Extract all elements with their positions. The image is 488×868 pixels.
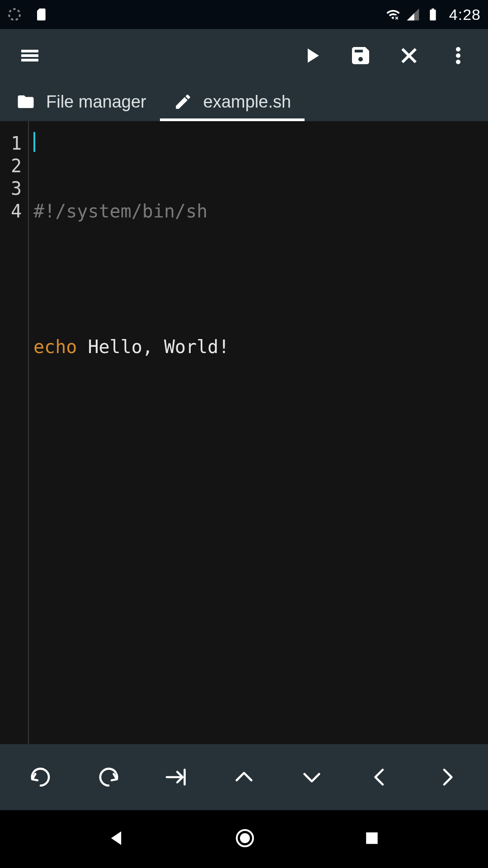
toolbar xyxy=(0,29,488,82)
close-icon xyxy=(399,45,420,66)
code-content[interactable]: #!/system/bin/sh echo Hello, World! xyxy=(29,121,488,744)
undo-icon xyxy=(28,764,53,790)
pencil-icon xyxy=(174,92,192,111)
cursor-right-button[interactable] xyxy=(420,755,474,799)
tab-editor[interactable]: example.sh xyxy=(160,82,305,121)
redo-button[interactable] xyxy=(81,755,136,799)
cursor-down-button[interactable] xyxy=(285,755,339,799)
nav-home-button[interactable] xyxy=(234,827,256,851)
nav-home-icon xyxy=(234,827,256,849)
code-line-3-text: Hello, World! xyxy=(77,336,229,357)
code-line-1: #!/system/bin/sh xyxy=(33,201,207,222)
nav-back-button[interactable] xyxy=(108,829,126,849)
code-line-3-keyword: echo xyxy=(33,336,77,357)
editor-key-bar xyxy=(0,744,488,810)
svg-point-2 xyxy=(456,47,460,51)
menu-button[interactable] xyxy=(8,34,52,77)
tab-editor-label: example.sh xyxy=(203,92,291,112)
svg-point-8 xyxy=(240,834,249,843)
hamburger-icon xyxy=(19,45,41,66)
play-icon xyxy=(301,45,323,66)
line-number: 1 xyxy=(0,132,28,155)
svg-point-4 xyxy=(456,60,460,64)
tab-file-manager-label: File manager xyxy=(46,92,146,112)
overflow-menu-button[interactable] xyxy=(436,34,480,77)
tab-key-button[interactable] xyxy=(149,755,203,799)
system-nav-bar xyxy=(0,810,488,868)
sd-card-icon xyxy=(33,7,48,22)
save-icon xyxy=(350,45,371,66)
undo-button[interactable] xyxy=(14,755,68,799)
cell-signal-icon xyxy=(406,7,420,22)
folder-icon xyxy=(16,92,35,111)
chevron-right-icon xyxy=(435,764,460,790)
line-number: 4 xyxy=(0,200,28,222)
svg-point-3 xyxy=(456,54,460,57)
nav-recents-button[interactable] xyxy=(364,830,380,848)
more-vert-icon xyxy=(447,45,469,66)
close-button[interactable] xyxy=(388,34,431,77)
line-number: 2 xyxy=(0,155,28,177)
svg-point-0 xyxy=(9,9,20,20)
status-bar: 4:28 xyxy=(0,0,488,29)
cursor-up-button[interactable] xyxy=(217,755,271,799)
line-gutter: 1 2 3 4 xyxy=(0,121,29,744)
cursor-left-button[interactable] xyxy=(352,755,407,799)
tab-file-manager[interactable]: File manager xyxy=(3,82,160,121)
code-editor[interactable]: 1 2 3 4 #!/system/bin/sh echo Hello, Wor… xyxy=(0,121,488,744)
chevron-up-icon xyxy=(231,764,257,790)
svg-rect-9 xyxy=(366,833,377,844)
nav-recents-icon xyxy=(364,830,380,846)
line-number: 3 xyxy=(0,177,28,200)
text-caret xyxy=(33,132,35,152)
redo-icon xyxy=(96,764,121,790)
battery-icon xyxy=(426,7,440,22)
tab-bar: File manager example.sh xyxy=(0,82,488,121)
chevron-down-icon xyxy=(299,764,324,790)
wifi-icon xyxy=(386,7,400,22)
code-line-2 xyxy=(33,268,488,290)
status-time: 4:28 xyxy=(449,6,481,24)
run-button[interactable] xyxy=(290,34,333,77)
tab-icon xyxy=(164,764,189,790)
chevron-left-icon xyxy=(367,764,392,790)
code-line-4 xyxy=(33,403,488,426)
save-button[interactable] xyxy=(339,34,382,77)
loading-spinner-icon xyxy=(7,7,22,22)
nav-back-icon xyxy=(108,829,126,847)
